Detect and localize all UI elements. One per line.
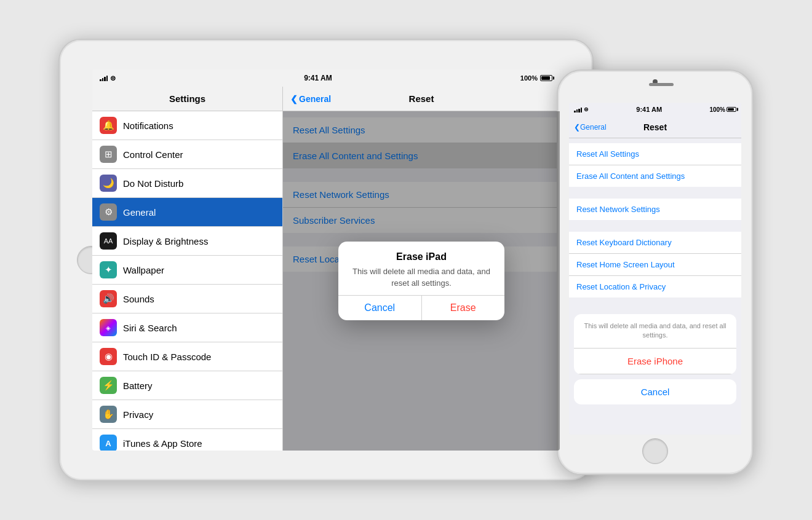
iphone-signal: ⊜ bbox=[574, 106, 589, 112]
privacy-icon: ✋ bbox=[100, 406, 117, 423]
battery-fill bbox=[541, 76, 550, 80]
sidebar-label-battery: Battery bbox=[123, 380, 153, 391]
ipad-erase-button[interactable]: Erase bbox=[422, 296, 505, 320]
sidebar-item-privacy[interactable]: ✋ Privacy bbox=[92, 400, 282, 429]
ipad-erase-dialog: Erase iPad This will delete all media an… bbox=[338, 242, 504, 320]
sidebar-item-control-center[interactable]: ⊞ Control Center bbox=[92, 140, 282, 169]
ipad-dialog-content: Erase iPad This will delete all media an… bbox=[338, 242, 504, 294]
sidebar-label-general: General bbox=[123, 207, 156, 218]
sidebar-label-notifications: Notifications bbox=[123, 120, 173, 131]
wifi-icon: ⊜ bbox=[110, 74, 116, 82]
iphone-chevron-icon: ❮ bbox=[574, 123, 580, 132]
iphone-section-3: Reset Keyboard Dictionary Reset Home Scr… bbox=[569, 232, 741, 297]
sidebar-item-wallpaper[interactable]: ✦ Wallpaper bbox=[92, 256, 282, 285]
iphone-battery-fill bbox=[728, 108, 734, 111]
ipad-dialog-message: This will delete all media and data, and… bbox=[348, 266, 495, 288]
iphone-gap-3 bbox=[569, 298, 741, 309]
sidebar-label-wallpaper: Wallpaper bbox=[123, 265, 164, 275]
iphone-reset-network[interactable]: Reset Network Settings bbox=[569, 199, 741, 220]
sidebar-item-battery[interactable]: ⚡ Battery bbox=[92, 371, 282, 400]
iphone-home-button[interactable] bbox=[642, 438, 668, 464]
iphone-device: ⊜ 9:41 AM 100% ❮ General Reset Reset All… bbox=[557, 69, 754, 475]
sidebar-label-touchid: Touch ID & Passcode bbox=[123, 352, 211, 362]
sidebar-label-display: Display & Brightness bbox=[123, 236, 208, 246]
iphone-speaker bbox=[649, 83, 674, 86]
sidebar-item-siri[interactable]: ◈ Siri & Search bbox=[92, 313, 282, 342]
itunes-icon: A bbox=[100, 435, 117, 451]
sidebar-item-itunes[interactable]: A iTunes & App Store bbox=[92, 429, 282, 451]
iphone-signal-bars-icon bbox=[574, 106, 582, 112]
iphone-status-bar: ⊜ 9:41 AM 100% bbox=[569, 103, 741, 116]
touchid-icon: ◉ bbox=[100, 348, 117, 365]
iphone-section-1: Reset All Settings Erase All Content and… bbox=[569, 143, 741, 187]
ipad-back-button[interactable]: ❮ General bbox=[290, 94, 331, 104]
ipad-signal: ⊜ bbox=[100, 74, 116, 82]
sidebar-item-touchid[interactable]: ◉ Touch ID & Passcode bbox=[92, 342, 282, 371]
ipad-back-label: General bbox=[299, 94, 331, 104]
ipad-battery-pct: 100% bbox=[520, 74, 538, 82]
iphone-wifi-icon: ⊜ bbox=[584, 106, 589, 112]
ipad-dialog-buttons: Cancel Erase bbox=[338, 295, 504, 320]
sidebar-item-sounds[interactable]: 🔊 Sounds bbox=[92, 285, 282, 313]
control-center-icon: ⊞ bbox=[100, 146, 117, 163]
iphone-reset-location[interactable]: Reset Location & Privacy bbox=[569, 276, 741, 297]
ipad-reset-title: Reset bbox=[409, 93, 434, 104]
notifications-icon: 🔔 bbox=[100, 117, 117, 134]
ipad-battery-area: 100% bbox=[520, 74, 552, 82]
iphone-reset-home[interactable]: Reset Home Screen Layout bbox=[569, 254, 741, 276]
iphone-battery-pct: 100% bbox=[709, 106, 725, 113]
iphone-battery-area: 100% bbox=[709, 106, 736, 113]
iphone-time: 9:41 AM bbox=[636, 106, 662, 113]
ipad-screen: ⊜ 9:41 AM 100% Settings ❮ General Reset bbox=[92, 69, 560, 451]
iphone-cancel-sheet: Cancel bbox=[574, 379, 736, 404]
general-icon: ⚙ bbox=[100, 203, 117, 221]
chevron-left-icon: ❮ bbox=[290, 94, 298, 104]
iphone-gap-2 bbox=[569, 221, 741, 232]
ipad-time: 9:41 AM bbox=[304, 74, 332, 82]
iphone-section-2: Reset Network Settings bbox=[569, 199, 741, 220]
iphone-action-message: This will delete all media and data, and… bbox=[574, 314, 736, 349]
settings-sidebar: 🔔 Notifications ⊞ Control Center 🌙 Do No… bbox=[92, 111, 283, 451]
ipad-dialog-overlay: Erase iPad This will delete all media an… bbox=[283, 111, 560, 451]
sidebar-item-display[interactable]: AA Display & Brightness bbox=[92, 227, 282, 256]
iphone-cancel-button[interactable]: Cancel bbox=[574, 379, 736, 404]
ipad-reset-panel: Reset All Settings Erase All Content and… bbox=[283, 111, 560, 451]
dnd-icon: 🌙 bbox=[100, 175, 117, 192]
iphone-reset-keyboard[interactable]: Reset Keyboard Dictionary bbox=[569, 232, 741, 254]
ipad-cancel-button[interactable]: Cancel bbox=[338, 296, 422, 320]
sidebar-label-sounds: Sounds bbox=[123, 294, 154, 304]
sidebar-label-siri: Siri & Search bbox=[123, 323, 177, 333]
siri-icon: ◈ bbox=[100, 319, 117, 336]
sidebar-label-privacy: Privacy bbox=[123, 409, 153, 420]
iphone-reset-all[interactable]: Reset All Settings bbox=[569, 143, 741, 165]
sounds-icon: 🔊 bbox=[100, 290, 117, 307]
sidebar-label-itunes: iTunes & App Store bbox=[123, 438, 202, 449]
iphone-screen: ⊜ 9:41 AM 100% ❮ General Reset Reset All… bbox=[569, 103, 741, 435]
iphone-gap-1 bbox=[569, 187, 741, 199]
sidebar-label-control-center: Control Center bbox=[123, 149, 183, 160]
sidebar-item-general[interactable]: ⚙ General bbox=[92, 198, 282, 227]
sidebar-item-notifications[interactable]: 🔔 Notifications bbox=[92, 111, 282, 140]
signal-bars-icon bbox=[100, 75, 108, 81]
ipad-reset-nav: ❮ General Reset bbox=[283, 93, 560, 104]
iphone-action-sheet: This will delete all media and data, and… bbox=[574, 314, 736, 374]
sidebar-label-dnd: Do Not Disturb bbox=[123, 178, 183, 189]
iphone-erase-button[interactable]: Erase iPhone bbox=[574, 349, 736, 374]
iphone-battery-icon bbox=[726, 107, 736, 112]
sidebar-item-dnd[interactable]: 🌙 Do Not Disturb bbox=[92, 169, 282, 198]
ipad-content-area: 🔔 Notifications ⊞ Control Center 🌙 Do No… bbox=[92, 111, 560, 451]
iphone-content: Reset All Settings Erase All Content and… bbox=[569, 138, 741, 435]
display-icon: AA bbox=[100, 232, 117, 250]
iphone-nav-bar: ❮ General Reset bbox=[569, 116, 741, 138]
iphone-erase-all[interactable]: Erase All Content and Settings bbox=[569, 165, 741, 187]
ipad-nav-bar: Settings ❮ General Reset bbox=[92, 87, 560, 111]
ipad-device: ⊜ 9:41 AM 100% Settings ❮ General Reset bbox=[58, 39, 594, 481]
battery-sidebar-icon: ⚡ bbox=[100, 377, 117, 394]
iphone-back-label: General bbox=[580, 123, 607, 132]
ipad-settings-title: Settings bbox=[92, 87, 283, 111]
ipad-battery-icon bbox=[540, 75, 552, 81]
ipad-status-bar: ⊜ 9:41 AM 100% bbox=[92, 69, 560, 87]
iphone-back-button[interactable]: ❮ General bbox=[574, 123, 607, 132]
ipad-dialog-title: Erase iPad bbox=[348, 251, 495, 262]
wallpaper-icon: ✦ bbox=[100, 261, 117, 278]
